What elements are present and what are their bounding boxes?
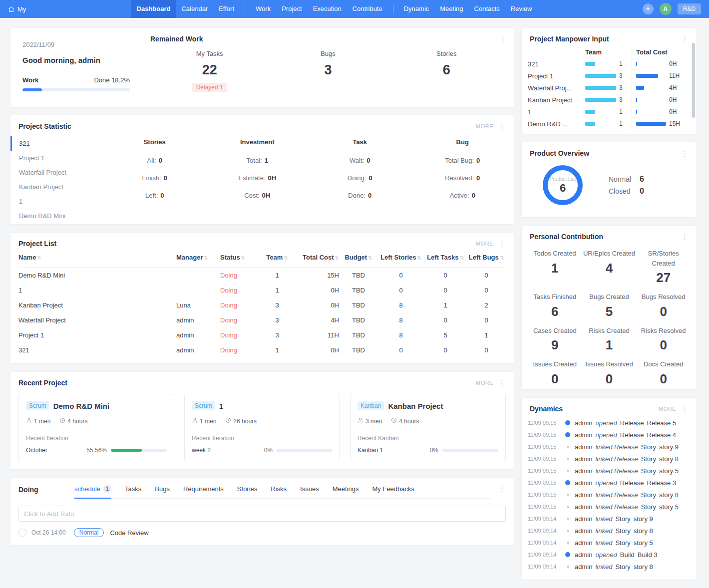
doing-card: Doing schedule 1 Tasks <box>10 477 514 546</box>
nav-item[interactable]: Meeting <box>434 0 468 18</box>
dynamics-object-link[interactable]: Release 5 <box>647 419 677 427</box>
doing-tab[interactable]: Issues <box>300 485 319 498</box>
nav-item[interactable]: Execution <box>308 0 347 18</box>
recent-project-item[interactable]: Scrum Demo R&D Mini 1 men 4 hours Recent… <box>18 394 174 461</box>
col-left-tasks[interactable]: Left Tasks⇅ <box>424 254 467 261</box>
doing-tab[interactable]: My Feedbacks <box>372 485 414 498</box>
project-name[interactable]: 1 <box>219 402 223 410</box>
kebab-icon[interactable]: ⋮ <box>498 485 506 492</box>
add-todo-input[interactable] <box>18 506 506 522</box>
doing-tab[interactable]: Meetings <box>333 485 359 498</box>
nav-item[interactable]: Contacts <box>469 0 505 18</box>
doing-tab[interactable]: schedule 1 <box>74 485 111 498</box>
dynamics-object-link[interactable]: story 9 <box>634 515 653 523</box>
project-statistic-item[interactable]: Project 1 <box>10 151 103 165</box>
table-row[interactable]: 321 admin Doing 1 0H TBD 0 0 0 <box>18 342 506 357</box>
table-row[interactable]: Project 1 admin Doing 3 11H TBD 8 5 1 <box>18 327 506 342</box>
recent-project-item[interactable]: Kanban Kanban Project 3 men 4 hours Rece… <box>350 394 506 461</box>
col-budget[interactable]: Budget⇅ <box>339 254 378 261</box>
kebab-icon[interactable]: ⋮ <box>681 233 689 241</box>
col-left-bugs[interactable]: Left Bugs⇅ <box>467 254 506 261</box>
kebab-icon[interactable]: ⋮ <box>499 35 507 42</box>
doing-tab[interactable]: Bugs <box>155 485 170 498</box>
project-statistic-item[interactable]: 321 <box>10 136 103 151</box>
dynamics-object-link[interactable]: story 8 <box>634 563 653 571</box>
cell-name[interactable]: 1 <box>18 287 176 294</box>
kebab-icon[interactable]: ⋮ <box>498 240 506 248</box>
plus-icon[interactable]: + <box>643 3 654 14</box>
project-statistic-item[interactable]: Demo R&D Mini <box>10 209 103 223</box>
timeline-dot <box>567 542 569 544</box>
iteration-name[interactable]: October <box>26 447 47 454</box>
avatar[interactable]: A <box>660 3 672 15</box>
cell-team: 3 <box>260 331 294 339</box>
dynamics-object-link[interactable]: story 5 <box>659 503 679 511</box>
more-button[interactable]: MORE <box>476 241 493 247</box>
nav-item[interactable]: Review <box>505 0 538 18</box>
dynamics-actor: admin <box>575 455 592 463</box>
dynamics-object-link[interactable]: story 8 <box>659 491 679 499</box>
doing-tab[interactable]: Requirements <box>183 485 224 498</box>
nav-home[interactable]: My <box>8 5 26 13</box>
team-value: 1 <box>619 108 623 115</box>
project-name[interactable]: Demo R&D Mini <box>53 402 110 410</box>
col-left-stories[interactable]: Left Stories⇅ <box>378 254 424 261</box>
doing-tab[interactable]: Stories <box>237 485 257 498</box>
doing-tab[interactable]: Tasks <box>125 485 141 498</box>
nav-item[interactable]: Calendar <box>176 0 213 18</box>
nav-item[interactable]: Effort <box>213 0 240 18</box>
dynamics-actor: admin <box>575 539 592 547</box>
dynamics-object-link[interactable]: Release 4 <box>647 431 677 439</box>
doing-tab[interactable]: Risks <box>271 485 287 498</box>
remained-stat: My Tasks 22 Delayed 1 <box>150 50 269 92</box>
project-name[interactable]: Kanban Project <box>388 402 443 410</box>
cell-name[interactable]: 321 <box>18 346 176 354</box>
project-statistic-item[interactable]: Waterfall Project <box>10 165 103 180</box>
recent-project-item[interactable]: Scrum 1 1 men 26 hours Recent Iteration … <box>184 394 340 461</box>
table-row[interactable]: Waterfall Project admin Doing 3 4H TBD 8… <box>18 312 506 327</box>
dynamics-object-link[interactable]: story 5 <box>659 467 679 475</box>
dynamics-object-link[interactable]: story 9 <box>659 443 679 451</box>
workspace-switcher[interactable]: R&D <box>678 3 701 14</box>
col-total-cost[interactable]: Total Cost⇅ <box>294 254 339 261</box>
dynamics-object-link[interactable]: Build 3 <box>638 551 658 559</box>
more-button[interactable]: MORE <box>476 123 493 129</box>
kebab-icon[interactable]: ⋮ <box>681 150 689 157</box>
col-manager[interactable]: Manager⇅ <box>176 254 220 261</box>
product-donut-chart[interactable]: Product List 6 <box>543 165 583 205</box>
nav-item[interactable]: Dynamic <box>398 0 435 18</box>
scrollbar[interactable] <box>692 43 695 118</box>
table-row[interactable]: 1 Doing 1 0H TBD 0 0 0 <box>18 283 506 297</box>
project-statistic-item[interactable]: Kanban Project <box>10 180 103 194</box>
page-body: 2022/11/09 Good morning, admin Work Done… <box>0 18 709 588</box>
col-name[interactable]: Name⇅ <box>18 254 176 261</box>
kebab-icon[interactable]: ⋮ <box>498 123 506 130</box>
nav-item[interactable]: Work <box>250 0 276 18</box>
nav-item[interactable]: Project <box>276 0 307 18</box>
iteration-name[interactable]: Kanban 1 <box>357 447 383 454</box>
todo-text[interactable]: Code Review <box>110 529 148 537</box>
iteration-name[interactable]: week 2 <box>192 447 211 454</box>
project-statistic-item[interactable]: 1 <box>10 194 103 209</box>
todo-checkbox[interactable] <box>18 529 26 537</box>
table-row[interactable]: Demo R&D Mini Doing 1 15H TBD 0 0 0 <box>18 268 506 283</box>
dynamics-object-link[interactable]: story 5 <box>634 539 653 547</box>
nav-item[interactable]: Dashboard <box>131 0 176 18</box>
nav-item[interactable]: Contribute <box>347 0 388 18</box>
table-row[interactable]: Kanban Project Luna Doing 3 0H TBD 8 1 2 <box>18 297 506 312</box>
cell-name[interactable]: Demo R&D Mini <box>18 272 176 279</box>
kebab-icon[interactable]: ⋮ <box>681 35 689 43</box>
cell-name[interactable]: Project 1 <box>18 331 176 339</box>
col-team[interactable]: Team⇅ <box>260 254 294 261</box>
dynamics-object-link[interactable]: Release 3 <box>647 479 677 487</box>
kebab-icon[interactable]: ⋮ <box>681 405 689 413</box>
cell-name[interactable]: Waterfall Project <box>18 316 176 324</box>
more-button[interactable]: MORE <box>659 406 676 412</box>
cell-name[interactable]: Kanban Project <box>18 301 176 309</box>
col-status[interactable]: Status⇅ <box>220 254 260 261</box>
kebab-icon[interactable]: ⋮ <box>498 379 506 387</box>
more-button[interactable]: MORE <box>476 380 493 386</box>
dynamics-object-link[interactable]: story 8 <box>659 455 679 463</box>
dynamics-object-link[interactable]: story 8 <box>634 527 653 535</box>
manpower-project-label: 1 <box>528 106 581 118</box>
